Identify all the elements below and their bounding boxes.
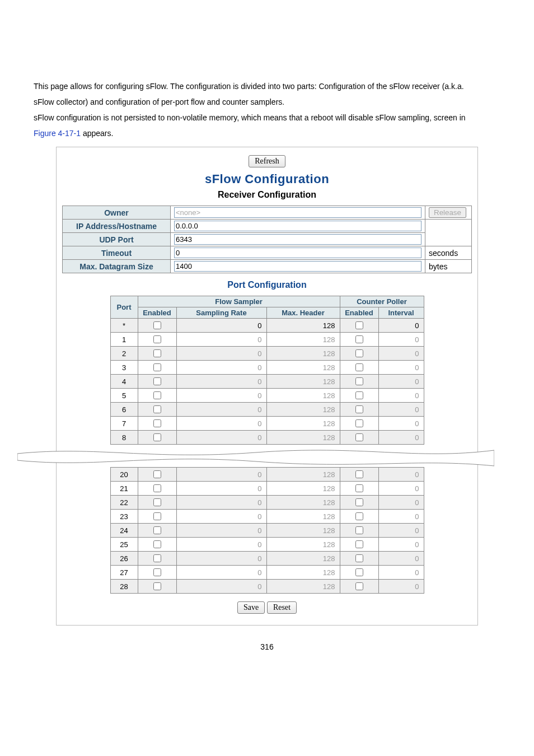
owner-input[interactable] [174,207,421,218]
interval-input[interactable] [381,363,420,372]
interval-input[interactable] [381,335,420,344]
flow-enabled-checkbox[interactable] [153,391,161,399]
max-header-input[interactable] [269,568,336,577]
timeout-input[interactable] [174,248,421,258]
counter-enabled-checkbox[interactable] [355,349,363,357]
refresh-button[interactable]: Refresh [249,155,285,167]
max-header-input[interactable] [269,582,336,591]
figure-reference-link[interactable]: Figure 4-17-1 [34,129,81,138]
interval-input[interactable] [381,526,420,535]
flow-enabled-checkbox[interactable] [153,470,161,478]
interval-input[interactable] [381,582,420,591]
interval-input[interactable] [381,568,420,577]
sampling-rate-input[interactable] [179,526,263,535]
sampling-rate-input[interactable] [179,470,263,479]
ip-input[interactable] [174,221,421,231]
max-header-input[interactable] [269,498,336,507]
reset-button[interactable]: Reset [267,601,297,614]
sampling-rate-input[interactable] [179,433,263,442]
flow-enabled-checkbox[interactable] [153,349,161,357]
flow-enabled-checkbox[interactable] [153,484,161,492]
counter-enabled-checkbox[interactable] [355,512,363,520]
counter-enabled-checkbox[interactable] [355,498,363,506]
max-header-input[interactable] [269,484,336,493]
counter-enabled-checkbox[interactable] [355,363,363,371]
max-header-input[interactable] [269,405,336,414]
flow-enabled-checkbox[interactable] [153,540,161,548]
max-header-input[interactable] [269,419,336,428]
flow-enabled-checkbox[interactable] [153,321,161,329]
interval-input[interactable] [381,470,420,479]
counter-enabled-checkbox[interactable] [355,568,363,576]
flow-enabled-checkbox[interactable] [153,335,161,343]
sampling-rate-input[interactable] [179,484,263,493]
counter-enabled-checkbox[interactable] [355,554,363,562]
max-header-input[interactable] [269,554,336,563]
flow-enabled-checkbox[interactable] [153,526,161,534]
max-header-input[interactable] [269,470,336,479]
interval-input[interactable] [381,419,420,428]
counter-enabled-checkbox[interactable] [355,391,363,399]
sampling-rate-input[interactable] [179,540,263,549]
sampling-rate-input[interactable] [179,321,263,330]
flow-enabled-checkbox[interactable] [153,363,161,371]
maxdata-input[interactable] [174,261,421,272]
flow-enabled-checkbox[interactable] [153,554,161,562]
max-header-input[interactable] [269,391,336,400]
interval-input[interactable] [381,405,420,414]
flow-enabled-checkbox[interactable] [153,405,161,413]
flow-enabled-checkbox[interactable] [153,419,161,427]
sampling-rate-input[interactable] [179,512,263,521]
sampling-rate-input[interactable] [179,568,263,577]
counter-enabled-checkbox[interactable] [355,433,363,441]
counter-enabled-checkbox[interactable] [355,405,363,413]
udp-input[interactable] [174,234,421,245]
sampling-rate-input[interactable] [179,363,263,372]
counter-enabled-checkbox[interactable] [355,484,363,492]
interval-input[interactable] [381,321,420,330]
sampling-rate-input[interactable] [179,498,263,507]
interval-input[interactable] [381,498,420,507]
sampling-rate-input[interactable] [179,419,263,428]
max-header-input[interactable] [269,321,336,330]
sampling-rate-input[interactable] [179,582,263,591]
flow-enabled-checkbox[interactable] [153,377,161,385]
sampling-rate-input[interactable] [179,335,263,344]
flow-enabled-checkbox[interactable] [153,512,161,520]
max-header-input[interactable] [269,349,336,358]
sampling-rate-input[interactable] [179,391,263,400]
interval-input[interactable] [381,377,420,386]
sampling-rate-input[interactable] [179,349,263,358]
max-header-input[interactable] [269,363,336,372]
max-header-input[interactable] [269,433,336,442]
interval-input[interactable] [381,433,420,442]
counter-enabled-checkbox[interactable] [355,419,363,427]
sampling-rate-input[interactable] [179,405,263,414]
save-button[interactable]: Save [237,601,265,614]
max-header-input[interactable] [269,335,336,344]
release-button[interactable]: Release [429,207,466,218]
interval-input[interactable] [381,484,420,493]
counter-enabled-checkbox[interactable] [355,321,363,329]
interval-input[interactable] [381,554,420,563]
interval-input[interactable] [381,512,420,521]
flow-enabled-checkbox[interactable] [153,582,161,590]
max-header-input[interactable] [269,377,336,386]
counter-enabled-checkbox[interactable] [355,377,363,385]
sampling-rate-input[interactable] [179,377,263,386]
max-header-input[interactable] [269,512,336,521]
counter-enabled-checkbox[interactable] [355,526,363,534]
flow-enabled-checkbox[interactable] [153,568,161,576]
flow-enabled-checkbox[interactable] [153,433,161,441]
counter-enabled-checkbox[interactable] [355,582,363,590]
max-header-input[interactable] [269,540,336,549]
interval-input[interactable] [381,349,420,358]
counter-enabled-checkbox[interactable] [355,540,363,548]
counter-enabled-checkbox[interactable] [355,335,363,343]
sampling-rate-input[interactable] [179,554,263,563]
counter-enabled-checkbox[interactable] [355,470,363,478]
flow-enabled-checkbox[interactable] [153,498,161,506]
max-header-input[interactable] [269,526,336,535]
interval-input[interactable] [381,540,420,549]
interval-input[interactable] [381,391,420,400]
